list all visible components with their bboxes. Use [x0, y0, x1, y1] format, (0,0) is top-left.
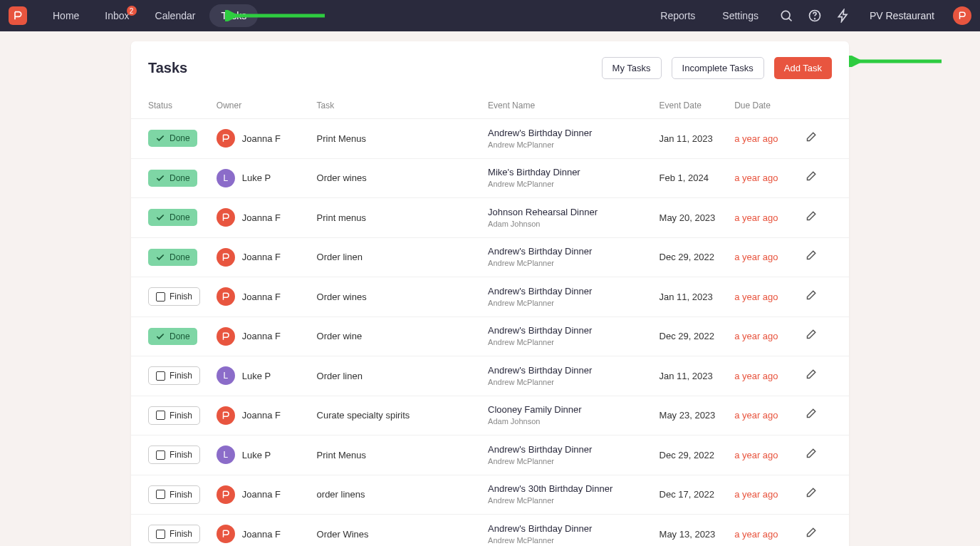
event-name[interactable]: Andrew's Birthday Dinner — [488, 444, 659, 456]
status-pill[interactable]: Done — [148, 249, 197, 266]
svg-point-3 — [815, 19, 815, 19]
event-name[interactable]: Andrew's Birthday Dinner — [488, 286, 659, 298]
svg-point-0 — [781, 11, 790, 19]
owner-avatar — [217, 485, 235, 504]
edit-button[interactable] — [804, 448, 832, 463]
col-date: Event Date — [660, 101, 735, 110]
event-date: Dec 29, 2022 — [660, 450, 735, 460]
owner-avatar — [217, 129, 235, 148]
edit-button[interactable] — [804, 487, 832, 502]
owner-avatar: L — [217, 445, 235, 464]
table-row: FinishJoanna FOrder winesAndrew's Birthd… — [131, 277, 849, 317]
col-status: Status — [148, 101, 217, 110]
status-label: Done — [170, 133, 190, 143]
col-task: Task — [317, 101, 488, 110]
owner-name: Joanna F — [242, 489, 281, 500]
event-date: Feb 1, 2024 — [660, 172, 735, 183]
owner-name: Joanna F — [242, 410, 281, 421]
task-name[interactable]: Print Menus — [317, 133, 488, 144]
edit-button[interactable] — [804, 527, 832, 542]
table-row: FinishLLuke POrder linenAndrew's Birthda… — [131, 356, 849, 396]
task-name[interactable]: Curate specialty spirits — [317, 410, 488, 421]
edit-button[interactable] — [804, 369, 832, 383]
due-date: a year ago — [734, 489, 804, 500]
status-pill[interactable]: Done — [148, 328, 197, 345]
event-person: Andrew McPlanner — [488, 140, 659, 150]
status-pill[interactable]: Finish — [148, 485, 200, 504]
status-pill[interactable]: Finish — [148, 525, 200, 543]
task-name[interactable]: Order wine — [317, 331, 488, 341]
status-pill[interactable]: Done — [148, 209, 197, 226]
event-name[interactable]: Clooney Family Dinner — [488, 404, 659, 416]
task-name[interactable]: Order linen — [317, 371, 488, 381]
status-pill[interactable]: Finish — [148, 406, 200, 425]
status-label: Finish — [170, 292, 192, 302]
task-name[interactable]: Order wines — [317, 292, 488, 302]
event-name[interactable]: Andrew's Birthday Dinner — [488, 246, 659, 258]
search-icon[interactable] — [778, 8, 794, 24]
event-date: May 20, 2023 — [660, 212, 735, 223]
user-avatar[interactable] — [953, 6, 971, 25]
due-date: a year ago — [734, 133, 804, 144]
app-logo[interactable] — [9, 6, 27, 25]
checkbox-icon — [156, 530, 165, 539]
status-pill[interactable]: Done — [148, 130, 197, 147]
table-row: DoneJoanna FPrint MenusAndrew's Birthday… — [131, 119, 849, 159]
due-date: a year ago — [734, 292, 804, 302]
status-label: Finish — [170, 450, 192, 460]
add-task-button[interactable]: Add Task — [774, 57, 832, 79]
task-name[interactable]: order linens — [317, 489, 488, 500]
task-name[interactable]: Print menus — [317, 212, 488, 223]
company-name[interactable]: PV Restaurant — [864, 10, 940, 21]
due-date: a year ago — [734, 410, 804, 421]
owner-name: Joanna F — [242, 133, 281, 144]
help-icon[interactable] — [807, 8, 823, 24]
edit-button[interactable] — [804, 408, 832, 423]
owner-avatar — [217, 248, 235, 267]
event-name[interactable]: Johnson Rehearsal Dinner — [488, 207, 659, 219]
edit-button[interactable] — [804, 329, 832, 344]
bolt-icon[interactable] — [835, 8, 851, 24]
edit-button[interactable] — [804, 131, 832, 146]
edit-button[interactable] — [804, 289, 832, 304]
nav-home[interactable]: Home — [41, 4, 90, 27]
owner-name: Joanna F — [242, 212, 281, 223]
event-name[interactable]: Andrew's Birthday Dinner — [488, 523, 659, 535]
status-pill[interactable]: Done — [148, 170, 197, 187]
status-label: Done — [170, 212, 190, 222]
status-pill[interactable]: Finish — [148, 287, 200, 306]
due-date: a year ago — [734, 371, 804, 381]
task-name[interactable]: Order linen — [317, 252, 488, 262]
event-name[interactable]: Andrew's Birthday Dinner — [488, 365, 659, 377]
nav-settings[interactable]: Settings — [715, 4, 766, 27]
event-date: Dec 29, 2022 — [660, 331, 735, 341]
task-name[interactable]: Print Menus — [317, 450, 488, 460]
checkbox-icon — [156, 490, 165, 499]
owner-avatar: L — [217, 169, 235, 187]
event-person: Andrew McPlanner — [488, 535, 659, 545]
event-person: Andrew McPlanner — [488, 377, 659, 387]
event-name[interactable]: Andrew's Birthday Dinner — [488, 128, 659, 140]
edit-button[interactable] — [804, 249, 832, 264]
event-name[interactable]: Andrew's Birthday Dinner — [488, 325, 659, 337]
edit-button[interactable] — [804, 210, 832, 225]
event-name[interactable]: Andrew's 30th Birthday Dinner — [488, 483, 659, 495]
status-pill[interactable]: Finish — [148, 445, 200, 464]
event-name[interactable]: Mike's Birthday Dinner — [488, 167, 659, 179]
edit-button[interactable] — [804, 170, 832, 185]
task-name[interactable]: Order wines — [317, 172, 488, 183]
status-pill[interactable]: Finish — [148, 366, 200, 385]
table-row: DoneJoanna FOrder linenAndrew's Birthday… — [131, 238, 849, 278]
event-date: May 23, 2023 — [660, 410, 735, 421]
table-row: FinishJoanna FCurate specialty spiritsCl… — [131, 396, 849, 436]
nav-calendar[interactable]: Calendar — [144, 4, 207, 27]
my-tasks-button[interactable]: My Tasks — [602, 57, 662, 79]
status-label: Done — [170, 331, 190, 341]
owner-name: Joanna F — [242, 292, 281, 302]
nav-reports[interactable]: Reports — [653, 4, 702, 27]
nav-tasks[interactable]: Tasks — [209, 4, 258, 27]
task-name[interactable]: Order Wines — [317, 529, 488, 540]
event-person: Andrew McPlanner — [488, 456, 659, 466]
nav-inbox[interactable]: Inbox 2 — [93, 4, 140, 27]
incomplete-tasks-button[interactable]: Incomplete Tasks — [672, 57, 764, 79]
